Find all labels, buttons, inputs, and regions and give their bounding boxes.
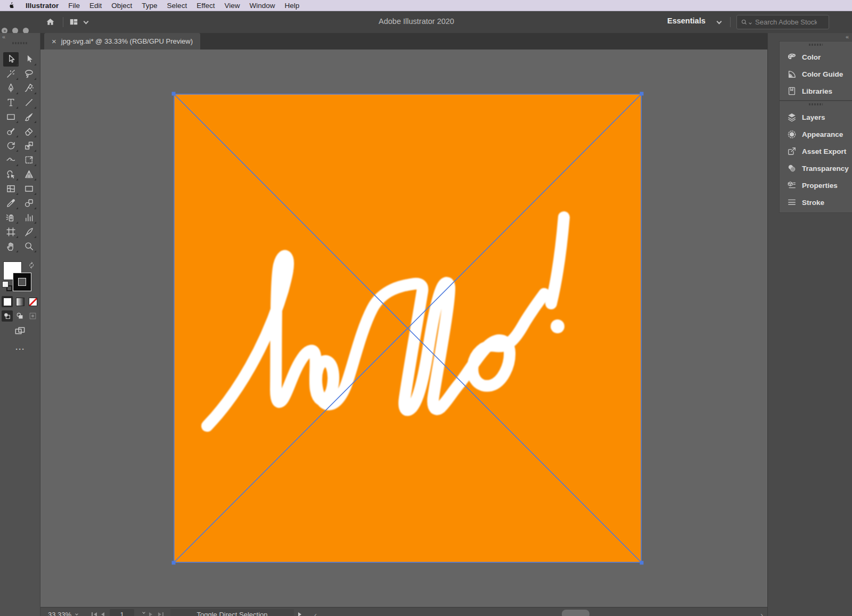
artboard-nav-chevron-icon[interactable] (142, 611, 145, 614)
tool-pen[interactable] (3, 81, 19, 95)
home-icon[interactable] (45, 17, 56, 30)
workspace-switcher[interactable]: Essentials (667, 17, 706, 25)
tool-mesh[interactable] (3, 182, 19, 196)
edit-toolbar-icon[interactable]: ··· (0, 344, 40, 354)
last-page-button[interactable] (158, 607, 163, 616)
artboard-navigation-field[interactable]: 1 (110, 609, 134, 616)
color-mode-button[interactable] (2, 296, 13, 307)
tool-shaper[interactable] (3, 124, 19, 138)
tool-direct-selection[interactable] (21, 52, 37, 67)
menu-type[interactable]: Type (137, 2, 162, 10)
panel-item-transparency[interactable]: Transparency (780, 160, 852, 177)
expand-panels-icon[interactable]: « (846, 34, 848, 40)
tool-artboard[interactable] (3, 225, 19, 239)
apple-menu-icon[interactable] (6, 1, 15, 10)
exclamation-dot (551, 319, 564, 333)
tool-lasso[interactable] (21, 67, 37, 81)
tool-blend[interactable] (21, 196, 37, 210)
menu-illustrator[interactable]: Illustrator (21, 2, 63, 10)
zoom-level[interactable]: 33.33% (48, 607, 78, 616)
tool-rotate[interactable] (3, 138, 19, 153)
panel-item-libraries[interactable]: Libraries (780, 83, 852, 100)
tool-eyedropper[interactable] (3, 196, 19, 210)
status-display[interactable]: Toggle Direct Selection (170, 609, 294, 616)
stock-search-box[interactable] (736, 15, 829, 29)
next-page-button[interactable] (149, 607, 152, 616)
tools-panel: « ··· (0, 33, 40, 616)
panel-item-appearance[interactable]: Appearance (780, 126, 852, 143)
panel-item-color[interactable]: Color (780, 48, 852, 65)
menu-effect[interactable]: Effect (192, 2, 219, 10)
scroll-left-icon[interactable]: ‹ (314, 607, 317, 616)
draw-behind-button[interactable] (14, 310, 26, 322)
horizontal-scrollbar[interactable]: ‹ › (309, 607, 767, 616)
panel-drag-handle[interactable] (809, 44, 823, 46)
tool-hand[interactable] (3, 239, 19, 253)
panel-item-properties[interactable]: Properties (780, 177, 852, 194)
artboard[interactable] (174, 94, 642, 563)
zoom-chevron-icon (75, 612, 78, 615)
stroke-color-swatch[interactable] (13, 273, 31, 291)
menu-help[interactable]: Help (280, 2, 304, 10)
menu-select[interactable]: Select (162, 2, 192, 10)
tool-line-segment[interactable] (21, 95, 37, 110)
macos-menu-bar: IllustratorFileEditObjectTypeSelectEffec… (0, 0, 852, 11)
flyout-notch-icon (16, 106, 18, 109)
status-menu-arrow-icon[interactable] (298, 607, 301, 616)
first-page-button[interactable] (92, 607, 97, 616)
previous-page-button[interactable] (101, 607, 104, 616)
tool-width[interactable] (3, 153, 19, 167)
horizontal-scroll-thumb[interactable] (562, 610, 589, 616)
screen-mode-icon[interactable] (14, 325, 26, 339)
tool-type[interactable] (3, 95, 19, 110)
tool-eraser[interactable] (21, 124, 37, 138)
tool-column-graph[interactable] (21, 210, 37, 225)
panel-group-layers: LayersAppearanceAsset ExportTransparency… (779, 101, 852, 213)
none-mode-button[interactable] (27, 296, 38, 307)
arrange-documents-chevron-icon[interactable] (84, 19, 89, 24)
tool-curvature[interactable] (21, 81, 37, 95)
scroll-right-icon[interactable]: › (760, 607, 763, 616)
collapse-tools-icon[interactable]: « (2, 34, 5, 40)
tool-slice[interactable] (21, 225, 37, 239)
panel-item-color-guide[interactable]: Color Guide (780, 65, 852, 83)
tool-perspective-grid[interactable] (21, 167, 37, 182)
tool-selection[interactable] (3, 52, 19, 67)
workspace-chevron-icon[interactable] (717, 19, 722, 24)
panel-item-stroke[interactable]: Stroke (780, 194, 852, 211)
panel-drag-handle[interactable] (809, 103, 823, 105)
flyout-notch-icon (16, 250, 18, 252)
tool-paintbrush[interactable] (21, 110, 37, 124)
tool-gradient[interactable] (21, 182, 37, 196)
gradient-mode-button[interactable] (14, 296, 26, 307)
draw-normal-button[interactable] (2, 310, 13, 322)
menu-window[interactable]: Window (244, 2, 280, 10)
flyout-notch-icon (16, 193, 18, 195)
close-tab-icon[interactable]: × (52, 37, 56, 45)
panel-item-asset-export[interactable]: Asset Export (780, 143, 852, 160)
canvas[interactable] (40, 50, 767, 607)
document-tab[interactable]: × jpg-svg.ai* @ 33.33% (RGB/GPU Preview) (44, 33, 200, 50)
panel-label: Libraries (802, 87, 832, 95)
default-fill-stroke-icon[interactable] (3, 282, 12, 291)
window-title: Adobe Illustrator 2020 (379, 17, 454, 26)
flyout-notch-icon (34, 178, 36, 180)
app-title-bar: Adobe Illustrator 2020 Essentials (0, 11, 852, 33)
arrange-documents-icon[interactable] (69, 17, 79, 29)
tool-rectangle[interactable] (3, 110, 19, 124)
tool-free-transform[interactable] (21, 153, 37, 167)
menu-view[interactable]: View (219, 2, 244, 10)
stock-search-input[interactable] (754, 18, 818, 27)
tools-drag-handle[interactable] (12, 42, 28, 44)
panel-item-layers[interactable]: Layers (780, 109, 852, 126)
swap-fill-stroke-icon[interactable] (28, 261, 36, 272)
menu-file[interactable]: File (63, 2, 85, 10)
tool-symbol-sprayer[interactable] (3, 210, 19, 225)
menu-edit[interactable]: Edit (85, 2, 106, 10)
menu-object[interactable]: Object (106, 2, 137, 10)
tool-magic-wand[interactable] (3, 67, 19, 81)
panel-label: Color Guide (802, 70, 843, 78)
tool-scale[interactable] (21, 138, 37, 153)
tool-shape-builder[interactable] (3, 167, 19, 182)
tool-zoom[interactable] (21, 239, 37, 253)
